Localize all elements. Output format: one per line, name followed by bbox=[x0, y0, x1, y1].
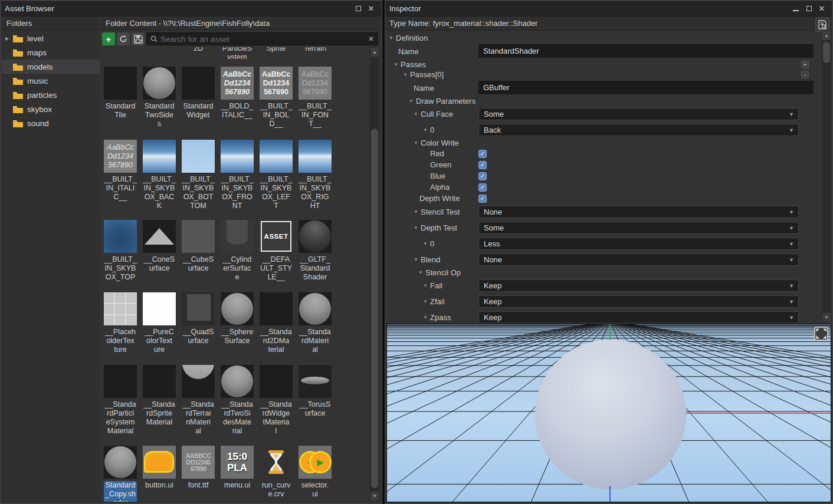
asset-thumbnail[interactable] bbox=[104, 365, 137, 398]
zpass-dropdown[interactable]: Keep▼ bbox=[478, 311, 799, 322]
inspector-titlebar[interactable]: Inspector ✕ bbox=[386, 1, 832, 17]
asset-thumbnail[interactable] bbox=[104, 446, 137, 479]
asset-item[interactable]: __BUILT_ IN_SKYB OX_RIG HT bbox=[296, 140, 334, 210]
asset-item[interactable]: __Standa rdParticl eSystem Material bbox=[101, 365, 140, 436]
collapse-arrow-icon[interactable]: ▼ bbox=[423, 283, 430, 288]
asset-thumbnail[interactable] bbox=[221, 220, 254, 253]
asset-thumbnail[interactable] bbox=[143, 140, 176, 173]
asset-item[interactable]: ◀▶selector. ui bbox=[296, 446, 334, 502]
asset-item[interactable]: __BUILT_ IN_SKYB OX_BOT TOM bbox=[179, 140, 218, 210]
collapse-arrow-icon[interactable]: ▼ bbox=[409, 98, 416, 104]
alpha-checkbox[interactable]: ✓ bbox=[478, 183, 487, 192]
minimize-button[interactable] bbox=[789, 3, 802, 15]
asset-item[interactable]: __Standa rd2DMa terial bbox=[257, 292, 296, 354]
asset-thumbnail[interactable] bbox=[182, 67, 215, 100]
asset-thumbnail[interactable] bbox=[299, 292, 332, 325]
maximize-button[interactable] bbox=[352, 3, 365, 15]
collapse-arrow-icon[interactable]: ▼ bbox=[423, 299, 430, 304]
asset-item[interactable]: __BUILT_ IN_SKYB OX_BAC K bbox=[140, 140, 179, 210]
open-definition-button[interactable] bbox=[815, 18, 829, 32]
collapse-arrow-icon[interactable]: ▼ bbox=[414, 209, 421, 215]
asset-thumbnail[interactable] bbox=[221, 292, 254, 325]
collapse-arrow-icon[interactable]: ▼ bbox=[418, 270, 425, 275]
collapse-arrow-icon[interactable]: ▼ bbox=[414, 111, 421, 117]
folder-item-maps[interactable]: maps bbox=[2, 45, 100, 60]
group-color-write[interactable]: ▼Color Write bbox=[386, 138, 821, 148]
group-passes[interactable]: ▼Passes + bbox=[386, 60, 821, 70]
asset-item[interactable]: __GLTF_ Standard Shader bbox=[296, 220, 334, 282]
asset-item[interactable]: __Placeh olderTex ture bbox=[101, 292, 140, 354]
asset-thumbnail[interactable] bbox=[182, 140, 215, 173]
expand-arrow-icon[interactable]: ▶ bbox=[5, 36, 13, 41]
asset-thumbnail[interactable] bbox=[182, 365, 215, 398]
asset-item[interactable]: __Standa rdTerrai nMateri al bbox=[179, 365, 218, 436]
asset-item[interactable]: __ConeS urface bbox=[140, 220, 179, 282]
collapse-arrow-icon[interactable]: ▼ bbox=[423, 315, 430, 320]
asset-thumbnail[interactable] bbox=[299, 220, 332, 253]
asset-thumbnail[interactable] bbox=[104, 220, 137, 253]
name-field[interactable]: StandardShader bbox=[478, 44, 814, 58]
asset-thumbnail[interactable] bbox=[143, 220, 176, 253]
asset-item[interactable]: ASSET__DEFA ULT_STY LE__ bbox=[257, 220, 296, 282]
asset-item[interactable]: run_curv e.crv bbox=[257, 446, 296, 502]
asset-thumbnail[interactable]: 15:0 PLA bbox=[221, 446, 254, 479]
asset-item[interactable]: __Standa rdMateri al bbox=[296, 292, 334, 354]
expand-preview-button[interactable] bbox=[814, 327, 828, 341]
search-box[interactable]: ✕ bbox=[146, 32, 378, 45]
red-checkbox[interactable]: ✓ bbox=[478, 150, 487, 158]
search-input[interactable] bbox=[160, 35, 365, 44]
asset-item[interactable]: __Sphere Surface bbox=[218, 292, 257, 354]
scrollbar-thumb[interactable] bbox=[371, 129, 378, 488]
asset-thumbnail[interactable]: AaBbCc Dd1234 567890 bbox=[260, 67, 293, 100]
scrollbar-thumb[interactable] bbox=[823, 42, 830, 63]
folder-item-music[interactable]: music bbox=[2, 74, 100, 88]
asset-item[interactable]: __CubeS urface bbox=[179, 220, 218, 282]
collapse-arrow-icon[interactable]: ▼ bbox=[389, 35, 396, 41]
asset-thumbnail[interactable]: ASSET bbox=[260, 220, 293, 253]
asset-item[interactable]: Standard Tile bbox=[101, 67, 140, 129]
asset-item[interactable]: __Standa rdTwoSi desMate rial bbox=[218, 365, 257, 436]
asset-thumbnail[interactable] bbox=[299, 365, 332, 398]
asset-thumbnail[interactable] bbox=[182, 292, 215, 325]
depth-write-checkbox[interactable]: ✓ bbox=[478, 195, 487, 203]
asset-thumbnail[interactable] bbox=[221, 140, 254, 173]
asset-thumbnail[interactable] bbox=[299, 140, 332, 173]
stencil-test-dropdown[interactable]: None▼ bbox=[478, 206, 799, 218]
close-button[interactable]: ✕ bbox=[365, 3, 378, 15]
shader-preview-viewport[interactable] bbox=[386, 324, 831, 502]
green-checkbox[interactable]: ✓ bbox=[478, 161, 487, 169]
inspector-scrollbar[interactable]: ▲ ▼ bbox=[822, 31, 831, 322]
collapse-arrow-icon[interactable]: ▼ bbox=[423, 127, 430, 133]
folder-item-particles[interactable]: particles bbox=[2, 88, 100, 102]
cull-face-value-dropdown[interactable]: Back▼ bbox=[478, 124, 799, 136]
asset-thumbnail[interactable] bbox=[260, 292, 293, 325]
asset-item[interactable]: __TorusS urface bbox=[296, 365, 334, 436]
asset-thumbnail[interactable]: ◀▶ bbox=[299, 446, 332, 479]
scroll-down-button[interactable]: ▼ bbox=[822, 313, 831, 322]
asset-item[interactable]: Standard Widget bbox=[179, 67, 218, 129]
asset-thumbnail[interactable] bbox=[104, 67, 137, 100]
asset-item[interactable]: AaBbCc Dd1234 567890__BUILT_ IN_FON T__ bbox=[296, 67, 334, 129]
asset-item[interactable]: __Standa rdSprite Material bbox=[140, 365, 179, 436]
asset-thumbnail[interactable] bbox=[143, 292, 176, 325]
asset-thumbnail[interactable]: AaBbCc Dd1234 567890 bbox=[299, 67, 332, 100]
asset-item[interactable]: __Standa rdWidge tMateria l bbox=[257, 365, 296, 436]
asset-item[interactable]: __Cylind erSurfac e bbox=[218, 220, 257, 282]
add-pass-button[interactable]: + bbox=[801, 61, 809, 68]
folder-item-models[interactable]: models bbox=[2, 60, 100, 74]
collapse-arrow-icon[interactable]: ▼ bbox=[414, 140, 421, 146]
group-definition[interactable]: ▼Definition bbox=[386, 33, 821, 43]
collapse-arrow-icon[interactable]: ▼ bbox=[414, 257, 421, 262]
scroll-up-button[interactable]: ▲ bbox=[822, 31, 831, 40]
asset-browser-titlebar[interactable]: Asset Browser ✕ bbox=[1, 1, 381, 17]
asset-thumbnail[interactable] bbox=[260, 140, 293, 173]
asset-item[interactable]: AaBbCc Dd1234 567890__BUILT_ IN_BOL D__ bbox=[257, 67, 296, 129]
add-asset-button[interactable]: + bbox=[102, 32, 115, 45]
maximize-button[interactable] bbox=[802, 3, 815, 15]
pass-name-field[interactable]: GBuffer bbox=[478, 81, 814, 94]
asset-item[interactable]: 15:0 PLAmenu.ui bbox=[218, 446, 257, 502]
group-stencil-op[interactable]: ▼Stencil Op bbox=[386, 268, 821, 278]
scroll-down-button[interactable]: ▼ bbox=[370, 492, 379, 500]
asset-item[interactable]: __PureC olorText ure bbox=[140, 292, 179, 354]
scroll-up-button[interactable]: ▲ bbox=[370, 48, 379, 57]
